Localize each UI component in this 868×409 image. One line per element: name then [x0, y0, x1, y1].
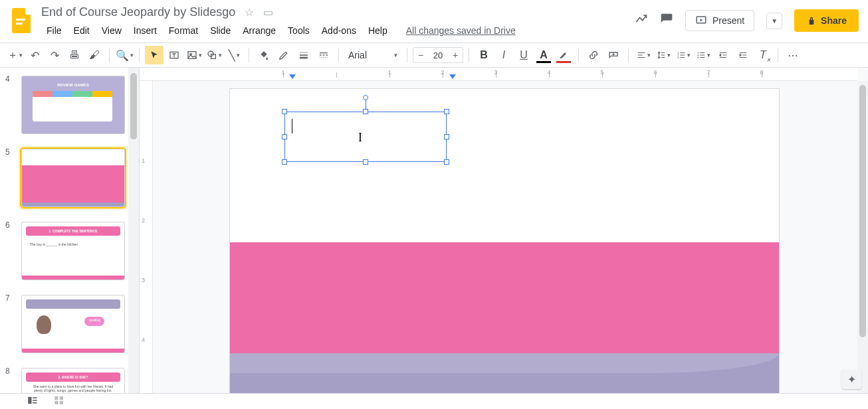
toolbar: ＋ ↶ ↷ 🖶 🖌 🔍 ╲ Arial − 20 + B I U A	[0, 42, 868, 68]
present-button[interactable]: Present	[685, 10, 754, 31]
svg-point-11	[697, 57, 699, 58]
drive-save-status[interactable]: All changes saved in Drive	[406, 25, 516, 36]
present-options-button[interactable]: ▼	[766, 13, 782, 29]
resize-handle[interactable]	[444, 134, 449, 139]
line-tool[interactable]: ╲	[225, 46, 243, 64]
slide-thumbnail[interactable]: 6 1. COMPLETE THE SENTENCE The boy is __…	[5, 219, 134, 283]
more-options-button[interactable]: ⋯	[784, 46, 802, 64]
indent-decrease-button[interactable]	[714, 46, 732, 64]
slides-logo	[11, 7, 33, 37]
slide-thumbnail[interactable]: 5	[5, 146, 134, 210]
svg-point-10	[697, 54, 699, 56]
selected-textbox[interactable]: I	[284, 112, 447, 162]
svg-rect-14	[33, 400, 37, 401]
svg-rect-13	[33, 397, 37, 398]
italic-button[interactable]: I	[494, 46, 513, 64]
slide-shape-rectangle[interactable]	[230, 242, 779, 353]
editor-scrollbar[interactable]	[857, 81, 868, 393]
slide-panel[interactable]: 4 REVIEW GAMES 5 6 1. COMPLETE THE SENTE…	[0, 68, 140, 393]
menu-slide[interactable]: Slide	[205, 23, 236, 39]
move-to-drive-icon[interactable]: ▭	[263, 6, 273, 19]
slide-thumbnail[interactable]: 7 cooking	[5, 292, 134, 356]
doc-title[interactable]: End of Course Jeopardy by Slidesgo	[41, 5, 235, 19]
highlight-color-button[interactable]	[554, 46, 573, 64]
menu-edit[interactable]: Edit	[68, 23, 95, 39]
text-caret	[292, 119, 292, 133]
paint-format-button[interactable]: 🖌	[85, 46, 104, 64]
line-spacing-button[interactable]	[654, 46, 673, 64]
menu-arrange[interactable]: Arrange	[237, 23, 281, 39]
slide-shape-rectangle[interactable]	[230, 353, 779, 393]
slide-panel-scrollbar[interactable]	[128, 68, 139, 393]
vertical-ruler[interactable]: 1234	[140, 81, 153, 393]
thumb-number: 4	[5, 74, 19, 84]
grid-view-icon[interactable]	[53, 394, 65, 409]
thumb-number: 7	[5, 293, 19, 303]
insert-comment-button[interactable]	[604, 46, 623, 64]
bulleted-list-button[interactable]	[694, 46, 712, 64]
bold-button[interactable]: B	[475, 46, 493, 64]
slide-canvas[interactable]: I	[230, 89, 779, 393]
thumb-number: 5	[5, 147, 19, 157]
resize-handle[interactable]	[444, 159, 449, 165]
font-size-increase[interactable]: +	[448, 50, 463, 60]
border-dash-button[interactable]	[314, 46, 333, 64]
slide-thumbnail[interactable]: 4 REVIEW GAMES	[5, 73, 134, 137]
menu-file[interactable]: File	[41, 23, 67, 39]
clear-formatting-button[interactable]: T✕	[754, 46, 772, 64]
underline-button[interactable]: U	[514, 46, 533, 64]
resize-handle[interactable]	[282, 159, 287, 165]
zoom-button[interactable]: 🔍	[115, 46, 134, 64]
border-color-button[interactable]	[274, 46, 293, 64]
menu-format[interactable]: Format	[163, 23, 203, 39]
svg-rect-18	[54, 400, 58, 404]
textbox-tool[interactable]	[165, 46, 183, 64]
border-weight-button[interactable]	[294, 46, 313, 64]
slide-thumbnail[interactable]: 8 2. WHERE IS SHE? She went to a place t…	[5, 365, 134, 393]
undo-button[interactable]: ↶	[25, 46, 44, 64]
resize-handle[interactable]	[444, 109, 449, 114]
ibeam-cursor-icon: I	[358, 131, 362, 145]
activity-icon[interactable]	[635, 13, 648, 29]
resize-handle[interactable]	[363, 159, 368, 165]
menu-addons[interactable]: Add-ons	[316, 23, 362, 39]
thumb-number: 6	[5, 220, 19, 230]
menu-help[interactable]: Help	[363, 23, 393, 39]
thumb-number: 8	[5, 367, 19, 376]
share-button[interactable]: Share	[794, 9, 859, 32]
select-tool[interactable]	[145, 46, 163, 64]
explore-button[interactable]: ✦	[841, 369, 861, 389]
shape-tool[interactable]	[205, 46, 223, 64]
align-button[interactable]	[634, 46, 653, 64]
svg-rect-17	[60, 396, 63, 400]
font-size-value[interactable]: 20	[428, 50, 448, 60]
menu-tools[interactable]: Tools	[282, 23, 315, 39]
fill-color-button[interactable]	[255, 46, 273, 64]
svg-text:3: 3	[677, 56, 679, 59]
comments-icon[interactable]	[660, 13, 673, 29]
numbered-list-button[interactable]: 123	[674, 46, 693, 64]
resize-handle[interactable]	[282, 109, 287, 114]
status-bar	[0, 393, 868, 409]
text-color-button[interactable]: A	[534, 46, 553, 64]
resize-handle[interactable]	[363, 109, 368, 114]
rotate-handle[interactable]	[363, 95, 368, 100]
menu-insert[interactable]: Insert	[128, 23, 162, 39]
svg-rect-19	[60, 400, 63, 404]
slide-editor[interactable]: 112345678 1234 I	[140, 68, 868, 393]
indent-increase-button[interactable]	[734, 46, 752, 64]
image-tool[interactable]	[185, 46, 203, 64]
horizontal-ruler[interactable]: 112345678	[140, 68, 857, 81]
menu-view[interactable]: View	[96, 23, 127, 39]
font-size-stepper[interactable]: − 20 +	[413, 47, 463, 63]
print-button[interactable]: 🖶	[65, 46, 84, 64]
insert-link-button[interactable]	[584, 46, 603, 64]
filmstrip-view-icon[interactable]	[27, 394, 39, 409]
new-slide-button[interactable]: ＋	[5, 46, 24, 64]
font-size-decrease[interactable]: −	[413, 50, 428, 60]
star-icon[interactable]: ☆	[245, 6, 254, 19]
font-family-select[interactable]: Arial	[344, 50, 401, 60]
resize-handle[interactable]	[282, 134, 287, 139]
redo-button[interactable]: ↷	[45, 46, 64, 64]
share-label: Share	[821, 15, 847, 26]
